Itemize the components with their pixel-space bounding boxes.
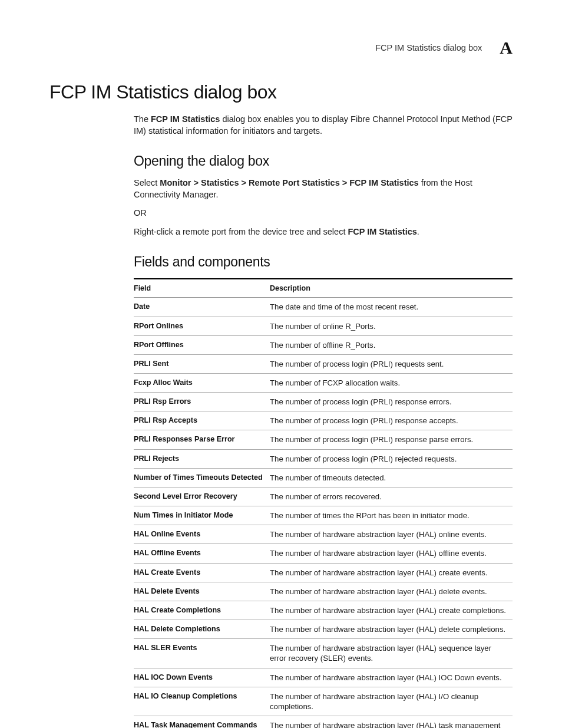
section-opening-heading: Opening the dialog box [134, 153, 513, 169]
field-description: The number of process login (PRLI) respo… [270, 430, 513, 449]
table-row: Number of Times Timeouts DetectedThe num… [134, 468, 513, 487]
table-row: PRLI Responses Parse ErrorThe number of … [134, 430, 513, 449]
field-description: The number of hardware abstraction layer… [270, 716, 513, 728]
table-row: HAL Online EventsThe number of hardware … [134, 525, 513, 544]
table-row: HAL Delete EventsThe number of hardware … [134, 582, 513, 601]
field-description: The number of hardware abstraction layer… [270, 687, 513, 716]
field-name: PRLI Rsp Accepts [134, 411, 270, 430]
field-name: PRLI Sent [134, 354, 270, 373]
table-row: HAL IOC Down EventsThe number of hardwar… [134, 668, 513, 687]
field-name: Second Level Error Recovery [134, 487, 270, 506]
field-name: PRLI Rejects [134, 449, 270, 468]
page: FCP IM Statistics dialog box A FCP IM St… [0, 0, 562, 728]
field-description: The number of hardware abstraction layer… [270, 563, 513, 582]
table-header-row: Field Description [134, 279, 513, 298]
field-description: The number of offline R_Ports. [270, 335, 513, 354]
table-row: DateThe date and time of the most recent… [134, 298, 513, 317]
col-description: Description [270, 279, 513, 298]
opening-select-bold: Monitor > Statistics > Remote Port Stati… [160, 178, 418, 187]
running-header: FCP IM Statistics dialog box A [375, 38, 513, 58]
intro-prefix: The [134, 114, 151, 124]
field-name: HAL Create Events [134, 563, 270, 582]
section-fields-heading: Fields and components [134, 254, 513, 270]
field-name: PRLI Responses Parse Error [134, 430, 270, 449]
table-row: Fcxp Alloc WaitsThe number of FCXP alloc… [134, 374, 513, 393]
field-name: Num Times in Initiator Mode [134, 506, 270, 525]
table-row: Num Times in Initiator ModeThe number of… [134, 506, 513, 525]
table-row: HAL Task Management CommandsThe number o… [134, 716, 513, 728]
fields-table: Field Description DateThe date and time … [134, 278, 513, 728]
field-name: Fcxp Alloc Waits [134, 374, 270, 393]
field-name: HAL Delete Events [134, 582, 270, 601]
field-name: RPort Offlines [134, 335, 270, 354]
table-row: RPort OfflinesThe number of offline R_Po… [134, 335, 513, 354]
opening-or: OR [134, 207, 513, 219]
field-name: Date [134, 298, 270, 317]
opening-rc-suffix: . [417, 227, 419, 236]
appendix-letter: A [500, 38, 513, 58]
running-header-text: FCP IM Statistics dialog box [375, 43, 482, 52]
body-block: The FCP IM Statistics dialog box enables… [134, 114, 513, 728]
field-description: The number of FCXP allocation waits. [270, 374, 513, 393]
field-name: PRLI Rsp Errors [134, 393, 270, 411]
opening-rc-bold: FCP IM Statistics [348, 227, 416, 236]
field-description: The number of hardware abstraction layer… [270, 668, 513, 687]
field-description: The number of process login (PRLI) reque… [270, 354, 513, 373]
field-name: HAL Offline Events [134, 544, 270, 563]
table-row: HAL SLER EventsThe number of hardware ab… [134, 639, 513, 668]
opening-select-paragraph: Select Monitor > Statistics > Remote Por… [134, 177, 513, 200]
opening-rightclick-paragraph: Right-click a remote port from the devic… [134, 226, 513, 238]
field-description: The number of hardware abstraction layer… [270, 620, 513, 639]
field-name: RPort Onlines [134, 317, 270, 335]
field-name: HAL SLER Events [134, 639, 270, 668]
field-description: The number of process login (PRLI) rejec… [270, 449, 513, 468]
field-description: The date and time of the most recent res… [270, 298, 513, 317]
content: FCP IM Statistics dialog box The FCP IM … [49, 81, 513, 728]
field-name: Number of Times Timeouts Detected [134, 468, 270, 487]
field-description: The number of timeouts detected. [270, 468, 513, 487]
field-description: The number of process login (PRLI) respo… [270, 393, 513, 411]
field-name: HAL Online Events [134, 525, 270, 544]
field-description: The number of hardware abstraction layer… [270, 525, 513, 544]
page-title: FCP IM Statistics dialog box [49, 81, 513, 103]
field-description: The number of errors recovered. [270, 487, 513, 506]
field-name: HAL IOC Down Events [134, 668, 270, 687]
intro-paragraph: The FCP IM Statistics dialog box enables… [134, 114, 513, 137]
table-row: PRLI Rsp ErrorsThe number of process log… [134, 393, 513, 411]
table-row: RPort OnlinesThe number of online R_Port… [134, 317, 513, 335]
field-description: The number of process login (PRLI) respo… [270, 411, 513, 430]
fields-tbody: DateThe date and time of the most recent… [134, 298, 513, 728]
field-name: HAL IO Cleanup Completions [134, 687, 270, 716]
table-row: HAL IO Cleanup CompletionsThe number of … [134, 687, 513, 716]
field-description: The number of hardware abstraction layer… [270, 544, 513, 563]
opening-rc-prefix: Right-click a remote port from the devic… [134, 227, 348, 236]
field-description: The number of hardware abstraction layer… [270, 582, 513, 601]
table-row: Second Level Error RecoveryThe number of… [134, 487, 513, 506]
field-description: The number of hardware abstraction layer… [270, 639, 513, 668]
col-field: Field [134, 279, 270, 298]
table-row: HAL Create CompletionsThe number of hard… [134, 601, 513, 620]
table-row: PRLI SentThe number of process login (PR… [134, 354, 513, 373]
table-row: HAL Offline EventsThe number of hardware… [134, 544, 513, 563]
table-row: PRLI RejectsThe number of process login … [134, 449, 513, 468]
field-description: The number of hardware abstraction layer… [270, 601, 513, 620]
field-description: The number of online R_Ports. [270, 317, 513, 335]
table-row: HAL Create EventsThe number of hardware … [134, 563, 513, 582]
field-description: The number of times the RPort has been i… [270, 506, 513, 525]
table-row: PRLI Rsp AcceptsThe number of process lo… [134, 411, 513, 430]
intro-bold: FCP IM Statistics [151, 114, 220, 124]
opening-select-prefix: Select [134, 178, 160, 187]
table-row: HAL Delete CompletionsThe number of hard… [134, 620, 513, 639]
field-name: HAL Create Completions [134, 601, 270, 620]
field-name: HAL Task Management Commands [134, 716, 270, 728]
field-name: HAL Delete Completions [134, 620, 270, 639]
